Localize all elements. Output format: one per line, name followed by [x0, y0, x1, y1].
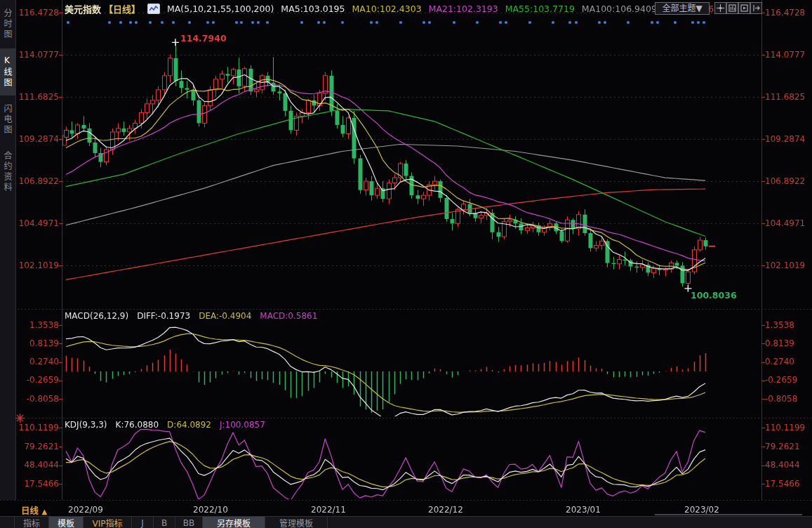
tab-templates[interactable]: 模板 — [49, 517, 84, 528]
export-panel-icon[interactable] — [750, 2, 762, 14]
macd-header: MACD(26,12,9) DIFF:-0.1973 DEA:-0.4904 M… — [65, 311, 317, 321]
crosshair-icon[interactable] — [714, 2, 726, 14]
chart-play-icon[interactable] — [738, 2, 750, 14]
chart-type-icon[interactable] — [147, 4, 160, 14]
ma5-value: MA5:103.0195 — [281, 4, 345, 14]
tab-bb[interactable]: BB — [175, 517, 203, 528]
macd-diff-value: DIFF:-0.1973 — [137, 311, 190, 321]
ma21-value: MA21:102.3193 — [429, 4, 498, 14]
ma100-value: MA100:106.9409 — [582, 4, 657, 14]
x-axis-date-label: 2022/09 — [68, 505, 103, 515]
y-axis-label: -0.2659 — [765, 375, 811, 385]
tab-j[interactable]: J — [132, 517, 154, 528]
period-label: 日线 — [21, 506, 39, 516]
y-axis-label: 106.8922 — [15, 176, 59, 187]
chart-mode-sidebar: 分时图 K线图 闪电图 合约资料 — [0, 0, 16, 500]
y-axis-label: 104.4971 — [765, 218, 811, 229]
y-axis-label: 111.6825 — [15, 92, 59, 103]
kdj-k-value: K:76.0880 — [116, 420, 159, 430]
y-axis-label: 102.1019 — [15, 260, 59, 271]
macd-params: MACD(26,12,9) — [65, 311, 128, 321]
y-axis-label: 111.6825 — [765, 92, 811, 103]
sidebar-item-contract-info[interactable]: 合约资料 — [0, 144, 15, 200]
chart-header: 美元指数 【日线】 MA(5,10,21,55,100,200) MA5:103… — [65, 2, 733, 15]
tab-vip-indicators[interactable]: VIP指标 — [84, 517, 132, 528]
y-axis-label: 116.4728 — [765, 8, 811, 18]
y-axis-label: 17.5466 — [15, 479, 59, 489]
y-axis-label: 48.4044 — [765, 460, 811, 470]
y-axis-label: 0.8139 — [15, 338, 59, 349]
x-axis-date-label: 2022/10 — [193, 505, 228, 515]
y-axis-label: 0.2740 — [765, 357, 811, 367]
kdj-params: KDJ(9,3,3) — [65, 420, 107, 430]
theme-dropdown-button[interactable]: 全部主题▼ — [655, 2, 710, 15]
indicator-alert-icon[interactable] — [15, 413, 25, 423]
tab-b[interactable]: B — [154, 517, 175, 528]
sidebar-item-kline-chart[interactable]: K线图 — [0, 48, 15, 95]
period-arrow-icon: ▲ — [41, 508, 47, 515]
y-axis-label: 109.2874 — [765, 134, 811, 145]
tab-save-template[interactable]: 另存模板 — [203, 517, 265, 528]
symbol-name: 美元指数 — [65, 4, 101, 15]
y-axis-label: 114.0777 — [15, 50, 59, 60]
tab-indicators[interactable]: 指标 — [15, 517, 49, 528]
ma10-value: MA10:102.4303 — [352, 4, 422, 14]
y-axis-label: 102.1019 — [765, 260, 811, 271]
y-axis-label: 17.5466 — [765, 479, 811, 489]
tabbar-spacer — [0, 517, 15, 528]
ma55-value: MA55:103.7719 — [505, 4, 575, 14]
bottom-tab-bar: 指标 模板 VIP指标 J B BB 另存模板 管理模板 — [0, 516, 812, 528]
x-axis-date-label: 2023/01 — [566, 505, 601, 515]
macd-dea-value: DEA:-0.4904 — [199, 311, 251, 321]
zoom-axis-icon[interactable] — [726, 2, 738, 14]
y-axis-label: -0.8058 — [15, 394, 59, 404]
y-axis-label: 106.8922 — [765, 176, 811, 187]
period-selector[interactable]: 日线 ▲ — [21, 503, 47, 517]
x-axis-date-label: 2023/02 — [684, 505, 719, 515]
y-axis-label: 0.2740 — [15, 357, 59, 367]
y-axis-label: 1.3538 — [765, 320, 811, 331]
macd-macd-value: MACD:0.5861 — [260, 311, 317, 321]
y-axis-label: 79.2621 — [765, 442, 811, 452]
y-axis-label: 104.4971 — [15, 218, 59, 229]
chart-canvas[interactable] — [0, 0, 812, 528]
y-axis-label: 0.8139 — [765, 338, 811, 349]
y-axis-label: 110.1199 — [15, 423, 59, 433]
h-scrollbar-thumb[interactable] — [655, 514, 802, 515]
symbol-title: 美元指数 【日线】 — [65, 2, 140, 15]
y-axis-label: 110.1199 — [765, 423, 811, 433]
kdj-header: KDJ(9,3,3) K:76.0880 D:64.0892 J:100.085… — [65, 420, 265, 430]
y-axis-label: 48.4044 — [15, 460, 59, 470]
kdj-d-value: D:64.0892 — [167, 420, 211, 430]
x-axis-date-label: 2022/12 — [428, 505, 463, 515]
y-axis-label: -0.2659 — [15, 375, 59, 385]
low-price-annotation: 100.8036 — [691, 290, 737, 301]
y-axis-label: 114.0777 — [765, 50, 811, 60]
kdj-j-value: J:100.0857 — [220, 420, 265, 430]
period-tag: 【日线】 — [104, 4, 140, 15]
x-axis-date-label: 2022/11 — [311, 505, 346, 515]
y-axis-label: 1.3538 — [15, 320, 59, 331]
sidebar-item-time-chart[interactable]: 分时图 — [0, 1, 15, 47]
trading-app-window: 分时图 K线图 闪电图 合约资料 美元指数 【日线】 MA(5,10,21,55… — [0, 0, 812, 528]
y-axis-label: -0.8058 — [765, 394, 811, 404]
ma-group-label: MA(5,10,21,55,100,200) — [167, 4, 274, 14]
high-price-annotation: 114.7940 — [180, 33, 227, 44]
tab-manage-template[interactable]: 管理模板 — [265, 517, 328, 528]
y-axis-label: 79.2621 — [15, 442, 59, 452]
sidebar-item-flash-chart[interactable]: 闪电图 — [0, 97, 15, 143]
y-axis-label: 109.2874 — [15, 134, 59, 145]
y-axis-label: 116.4728 — [15, 8, 59, 18]
